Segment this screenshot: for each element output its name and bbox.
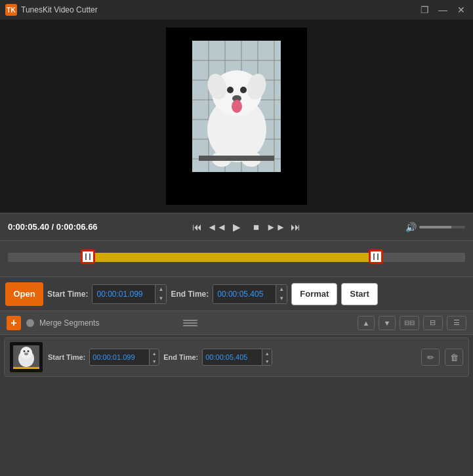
drag-line	[183, 325, 197, 326]
timeline-area[interactable]	[0, 241, 473, 277]
seg-end-label: End Time:	[163, 353, 198, 361]
volume-slider[interactable]	[419, 226, 465, 228]
close-button[interactable]: ✕	[455, 3, 468, 16]
volume-area: 🔊	[386, 222, 465, 232]
seg-end-input[interactable]	[203, 353, 262, 361]
segment-row: Start Time: ▲ ▼ End Time: ▲ ▼ ✏ 🗑	[4, 337, 469, 377]
title-controls: ❐ — ✕	[418, 3, 468, 16]
timeline-selection	[90, 253, 373, 262]
end-time-input[interactable]	[213, 290, 276, 299]
app-icon: TK	[5, 4, 17, 16]
merge-indicator	[26, 319, 34, 327]
segment-thumbnail	[10, 342, 43, 372]
svg-point-19	[240, 87, 247, 93]
start-time-input[interactable]	[93, 290, 155, 299]
seg-start-up[interactable]: ▲	[150, 349, 159, 357]
merge-label: Merge Segments	[39, 318, 99, 328]
frame-back-button[interactable]: ◄◄	[209, 219, 226, 236]
seg-start-label: Start Time:	[48, 353, 85, 361]
video-player-area	[0, 20, 473, 213]
svg-point-21	[232, 100, 242, 113]
frame-fwd-button[interactable]: ►►	[268, 219, 285, 236]
seg-start-down[interactable]: ▼	[150, 357, 159, 365]
move-up-button[interactable]: ▲	[358, 316, 375, 330]
video-frame	[166, 28, 307, 205]
format-button[interactable]: Format	[291, 283, 337, 305]
segments-header-right: ▲ ▼ ⊟⊟ ⊟ ☰	[358, 316, 466, 330]
svg-point-31	[24, 351, 26, 353]
end-time-spinner: ▲ ▼	[276, 285, 287, 303]
playback-controls: ⏮ ◄◄ ▶ ■ ►► ⏭	[189, 219, 304, 236]
seg-end-spinner: ▲ ▼	[262, 349, 272, 365]
controls-bar: 0:00:05.40 / 0:00:06.66 ⏮ ◄◄ ▶ ■ ►► ⏭ 🔊	[0, 213, 473, 241]
svg-rect-24	[199, 156, 274, 161]
segment-controls: Start Time: ▲ ▼ End Time: ▲ ▼	[48, 349, 416, 366]
drag-handle	[180, 319, 200, 327]
scene-detect-button[interactable]: ⊟⊟	[400, 316, 419, 330]
timeline-right-handle[interactable]	[369, 249, 383, 264]
seg-start-spinner: ▲ ▼	[149, 349, 159, 365]
title-left: TK TunesKit Video Cutter	[5, 4, 98, 16]
volume-icon: 🔊	[405, 222, 417, 232]
add-segment-button[interactable]: +	[7, 316, 21, 330]
list-view-button[interactable]: ☰	[447, 316, 466, 330]
timeline-left-handle[interactable]	[81, 249, 95, 264]
stop-button[interactable]: ■	[248, 219, 265, 236]
app-title: TunesKit Video Cutter	[21, 5, 98, 14]
drag-line	[183, 322, 197, 324]
svg-rect-34	[13, 367, 39, 369]
merge-segments-button[interactable]: ⊟	[423, 316, 443, 330]
minimize-button[interactable]: —	[436, 3, 449, 16]
video-display	[166, 28, 307, 205]
segment-thumb-image	[10, 342, 43, 372]
timeline-track[interactable]	[8, 253, 465, 262]
segment-edit-button[interactable]: ✏	[421, 349, 440, 366]
start-time-spinner: ▲ ▼	[155, 285, 166, 303]
seg-end-input-group: ▲ ▼	[202, 349, 272, 366]
move-down-button[interactable]: ▼	[379, 316, 396, 330]
play-button[interactable]: ▶	[228, 219, 245, 236]
cut-controls-bar: Open Start Time: ▲ ▼ End Time: ▲ ▼ Forma…	[0, 277, 473, 311]
seg-start-input[interactable]	[90, 353, 149, 361]
title-bar: TK TunesKit Video Cutter ❐ — ✕	[0, 0, 473, 20]
start-time-input-group: ▲ ▼	[92, 284, 167, 304]
segments-area: + Merge Segments ▲ ▼ ⊟⊟ ⊟ ☰	[0, 311, 473, 379]
end-time-input-group: ▲ ▼	[213, 284, 287, 304]
handle-grip-right	[373, 253, 379, 260]
restore-button[interactable]: ❐	[418, 3, 431, 16]
open-button[interactable]: Open	[5, 282, 43, 306]
seg-end-down[interactable]: ▼	[262, 357, 272, 365]
segments-header: + Merge Segments ▲ ▼ ⊟⊟ ⊟ ☰	[0, 311, 473, 335]
drag-line	[183, 320, 197, 321]
handle-grip-left	[85, 253, 91, 260]
step-back-button[interactable]: ⏮	[189, 219, 206, 236]
time-display: 0:00:05.40 / 0:00:06.66	[8, 222, 106, 232]
segment-delete-button[interactable]: 🗑	[445, 349, 463, 366]
start-time-label: Start Time:	[47, 290, 88, 299]
svg-point-18	[227, 87, 234, 93]
svg-point-32	[28, 351, 30, 353]
seg-start-input-group: ▲ ▼	[89, 349, 159, 366]
end-time-label: End Time:	[171, 290, 209, 299]
step-fwd-button[interactable]: ⏭	[287, 219, 304, 236]
end-time-up[interactable]: ▲	[276, 285, 287, 294]
svg-rect-25	[166, 28, 192, 205]
start-time-up[interactable]: ▲	[155, 285, 166, 294]
end-time-down[interactable]: ▼	[276, 294, 287, 303]
seg-end-up[interactable]: ▲	[262, 349, 272, 357]
svg-rect-26	[281, 28, 307, 205]
start-button[interactable]: Start	[341, 283, 378, 305]
start-time-down[interactable]: ▼	[155, 294, 166, 303]
svg-point-33	[24, 353, 28, 355]
